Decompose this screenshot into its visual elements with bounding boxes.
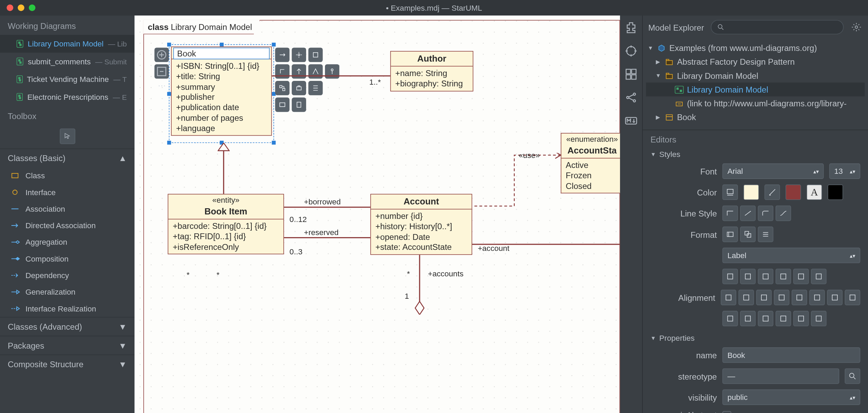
grid-icon[interactable]	[625, 67, 638, 81]
tool-interface[interactable]: Interface	[0, 184, 134, 200]
tree-item[interactable]: (link to http://www.uml-diagrams.org/lib…	[646, 96, 865, 110]
prop-name-input[interactable]: Book	[723, 347, 860, 363]
distribute-button[interactable]	[775, 311, 791, 326]
gear-icon[interactable]	[850, 21, 862, 33]
align-button[interactable]	[809, 290, 825, 305]
prop-stereotype-input[interactable]: —	[723, 368, 839, 384]
align-button[interactable]	[738, 290, 754, 305]
dependency-line[interactable]	[472, 153, 562, 208]
quickedit-more-icon[interactable]: ⋯	[154, 81, 169, 90]
zoom-icon[interactable]	[29, 4, 35, 11]
format-button[interactable]	[758, 226, 773, 242]
distribute-button[interactable]	[758, 311, 773, 326]
class-name-editor[interactable]: Book	[173, 47, 270, 59]
properties-section[interactable]: ▼Properties	[643, 332, 868, 345]
class-account[interactable]: Account +number {id}+history: History[0.…	[370, 194, 472, 255]
tool-directed-association[interactable]: Directed Association	[0, 217, 134, 234]
quickedit-add-attribute[interactable]	[154, 47, 169, 62]
tool-aggregation[interactable]: Aggregation	[0, 234, 134, 250]
linestyle-rect-button[interactable]	[723, 205, 738, 221]
align-button[interactable]	[756, 290, 772, 305]
styles-section[interactable]: ▼Styles	[643, 148, 868, 160]
tree-item[interactable]: ▶Book	[646, 110, 865, 124]
tool-interface-realization[interactable]: Interface Realization	[0, 300, 134, 317]
working-diagram-item[interactable]: Electronic Prescriptions — E	[0, 88, 134, 106]
selection-tool[interactable]	[59, 128, 75, 144]
minimize-icon[interactable]	[18, 4, 24, 11]
share-icon[interactable]	[625, 91, 638, 104]
quickedit-button[interactable]	[325, 64, 339, 79]
line-color-swatch[interactable]	[785, 184, 801, 200]
format-button[interactable]	[740, 269, 756, 284]
class-bookitem[interactable]: «entity» Book Item +barcode: String[0..1…	[168, 194, 284, 254]
linestyle-rounded-button[interactable]	[758, 205, 773, 221]
toolbox-section[interactable]: Composite Structure▼	[0, 354, 134, 373]
working-diagram-item[interactable]: Ticket Vending Machine — T	[0, 70, 134, 88]
text-color-button[interactable]: A	[806, 184, 822, 200]
toolbox-section[interactable]: Classes (Basic)▲	[0, 148, 134, 167]
toolbox-section[interactable]: Packages▼	[0, 336, 134, 354]
quickedit-button[interactable]	[275, 47, 290, 62]
distribute-button[interactable]	[740, 311, 756, 326]
line-color-picker-icon[interactable]	[764, 184, 780, 200]
format-button[interactable]	[723, 226, 738, 242]
tool-association[interactable]: Association	[0, 201, 134, 217]
quickedit-button[interactable]	[308, 81, 323, 95]
linestyle-curve-button[interactable]	[775, 205, 791, 221]
association-line[interactable]	[284, 206, 370, 207]
toolbox-section[interactable]: Classes (Advanced)▼	[0, 317, 134, 336]
tree-item[interactable]: Library Domain Model	[646, 83, 865, 96]
format-button[interactable]	[793, 269, 809, 284]
tool-composition[interactable]: Composition	[0, 251, 134, 267]
align-button[interactable]	[774, 290, 789, 305]
extensions-icon[interactable]	[625, 21, 638, 34]
align-button[interactable]	[845, 290, 860, 305]
align-button[interactable]	[827, 290, 843, 305]
tree-item[interactable]: ▼Examples (from www.uml-diagrams.org)	[646, 41, 865, 55]
working-diagram-item[interactable]: Library Domain Model — Lib	[0, 35, 134, 53]
text-color-swatch[interactable]	[828, 184, 843, 200]
format-button[interactable]	[758, 269, 773, 284]
distribute-button[interactable]	[793, 311, 809, 326]
quickedit-button[interactable]	[275, 97, 290, 112]
quickedit-button[interactable]	[308, 47, 323, 62]
prop-isabstract-checkbox[interactable]	[723, 411, 731, 413]
class-author[interactable]: Author +name: String+biography: String	[390, 51, 473, 91]
close-icon[interactable]	[7, 4, 13, 11]
markdown-icon[interactable]	[625, 114, 638, 128]
format-button[interactable]	[723, 269, 738, 284]
tool-generalization[interactable]: Generalization	[0, 284, 134, 300]
quickedit-button[interactable]	[292, 47, 306, 62]
quickedit-button[interactable]	[292, 81, 306, 95]
model-explorer-search[interactable]	[711, 20, 844, 34]
tree-item[interactable]: ▼Library Domain Model	[646, 69, 865, 83]
align-button[interactable]	[721, 290, 736, 305]
tree-item[interactable]: ▶Abstract Factory Design Pattern	[646, 55, 865, 68]
association-line[interactable]	[272, 75, 390, 76]
fill-color-picker-icon[interactable]	[723, 184, 738, 200]
quickedit-add-operation[interactable]	[154, 64, 169, 79]
prop-visibility-select[interactable]: public▴▾	[723, 390, 860, 405]
distribute-button[interactable]	[723, 311, 738, 326]
font-size-select[interactable]: 13▴▾	[829, 163, 860, 179]
tool-class[interactable]: Class	[0, 167, 134, 184]
association-line[interactable]	[284, 237, 370, 238]
working-diagram-item[interactable]: submit_comments — Submit	[0, 53, 134, 71]
align-button[interactable]	[792, 290, 807, 305]
class-book[interactable]: +ISBN: String[0..1] {id}+title: String+s…	[171, 46, 272, 136]
distribute-button[interactable]	[811, 311, 826, 326]
tool-dependency[interactable]: Dependency	[0, 267, 134, 284]
quickedit-button[interactable]	[292, 64, 306, 79]
enumeration-accountstate[interactable]: «enumeration» AccountSta ActiveFrozenClo…	[561, 133, 620, 193]
font-family-select[interactable]: Arial▴▾	[723, 163, 824, 179]
quickedit-button[interactable]	[308, 64, 323, 79]
format-button[interactable]	[775, 269, 791, 284]
search-icon[interactable]	[845, 368, 860, 384]
linestyle-oblique-button[interactable]	[740, 205, 756, 221]
quickedit-button[interactable]	[275, 81, 290, 95]
fill-color-swatch[interactable]	[744, 184, 759, 200]
format-button[interactable]	[740, 226, 756, 242]
quickedit-button[interactable]	[292, 97, 306, 112]
format-mode-select[interactable]: Label▴▾	[723, 248, 860, 263]
target-icon[interactable]	[625, 44, 638, 58]
